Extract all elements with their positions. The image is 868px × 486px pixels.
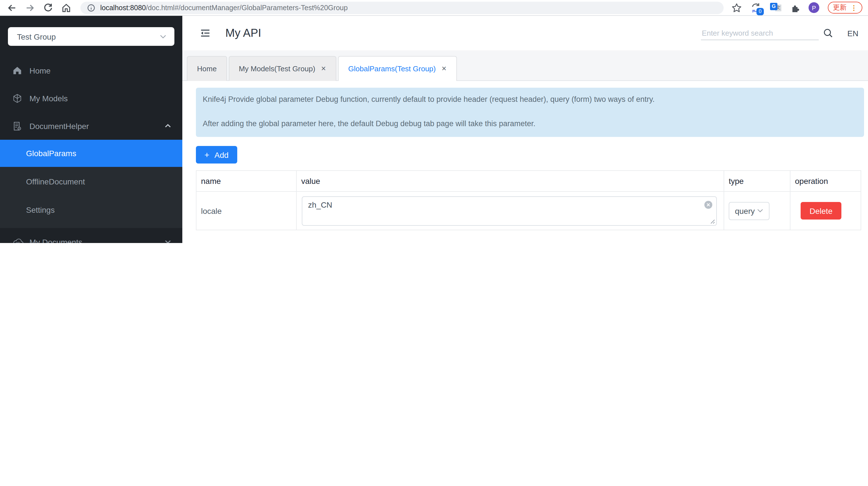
svg-text:API: API	[15, 241, 20, 243]
sidebar-subitem-label: Settings	[26, 205, 55, 215]
group-select-value: Test Group	[17, 32, 56, 41]
column-header-type: type	[724, 170, 790, 192]
reload-icon[interactable]	[43, 3, 53, 13]
screen: localhost:8080/doc.html#/documentManager…	[0, 0, 868, 243]
models-cube-icon	[12, 93, 25, 103]
browser-actions: 0 文 G P 更新 ⋮	[732, 2, 862, 13]
caret-up-icon	[165, 124, 171, 128]
page-title: My API	[225, 27, 261, 40]
address-bar[interactable]: localhost:8080/doc.html#/documentManager…	[81, 1, 724, 14]
search-icon[interactable]	[823, 28, 833, 38]
param-type-cell: query	[724, 192, 790, 230]
tab-label: Home	[197, 65, 217, 73]
close-icon[interactable]: ✕	[441, 65, 446, 72]
extensions-puzzle-icon[interactable]	[790, 3, 800, 13]
sync-counter-badge: 0	[756, 8, 764, 15]
home-icon	[12, 65, 25, 75]
bookmark-star-icon[interactable]	[732, 3, 742, 13]
app-frame: Test Group Home My Models	[0, 16, 868, 243]
language-toggle[interactable]: EN	[847, 29, 858, 38]
column-header-name: name	[196, 170, 297, 192]
sidebar-subitem-label: OfflineDocument	[26, 177, 85, 186]
param-operation-cell: Delete	[790, 192, 861, 230]
notice-line-2: After adding the global parameter here, …	[203, 118, 857, 130]
forward-icon[interactable]	[25, 3, 35, 13]
resize-handle-icon[interactable]	[709, 218, 715, 224]
table-row: locale zh_CN	[196, 192, 861, 230]
tab-my-models[interactable]: My Models(Test Group) ✕	[228, 56, 336, 81]
sidebar-subitem-globalparams[interactable]: GlobalParams	[0, 140, 182, 167]
chevron-down-icon	[160, 34, 166, 39]
translate-icon[interactable]: 文 G	[770, 3, 781, 13]
delete-button[interactable]: Delete	[801, 202, 841, 220]
profile-avatar[interactable]: P	[809, 2, 819, 13]
chevron-down-icon	[757, 209, 763, 213]
tab-label: GlobalParams(Test Group)	[348, 65, 436, 73]
chevron-down-icon	[165, 240, 171, 243]
search-input[interactable]	[701, 26, 818, 40]
document-gear-icon	[12, 121, 25, 131]
column-header-operation: operation	[790, 170, 861, 192]
sidebar-item-my-models[interactable]: My Models	[0, 84, 182, 112]
param-value-cell: zh_CN	[297, 192, 724, 230]
menu-fold-icon[interactable]	[199, 27, 211, 39]
browser-update-button[interactable]: 更新 ⋮	[828, 2, 862, 13]
content-panel: Knife4j Provide global parameter Debug f…	[182, 81, 868, 243]
clear-input-icon[interactable]	[704, 201, 712, 208]
browser-toolbar: localhost:8080/doc.html#/documentManager…	[0, 0, 868, 16]
api-cloud-icon: API	[12, 237, 25, 243]
url-path: /doc.html#/documentManager/GlobalParamet…	[146, 4, 348, 11]
plus-icon: +	[205, 150, 210, 160]
sidebar-item-label: My Documents	[29, 237, 165, 243]
tab-home[interactable]: Home	[187, 56, 227, 81]
tab-label: My Models(Test Group)	[239, 65, 315, 73]
param-name-cell: locale	[196, 192, 297, 230]
type-select-value: query	[735, 206, 755, 215]
update-label: 更新	[833, 3, 846, 12]
tab-bar: Home My Models(Test Group) ✕ GlobalParam…	[182, 51, 868, 81]
main-area: My API EN Home My Models(Test Group) ✕	[182, 16, 868, 243]
sidebar-subitem-settings[interactable]: Settings	[0, 196, 182, 224]
search-box	[701, 26, 833, 40]
type-select[interactable]: query	[729, 202, 770, 220]
table-header-row: name value type operation	[196, 170, 861, 192]
browser-menu-icon[interactable]: ⋮	[850, 4, 857, 11]
column-header-value: value	[297, 170, 724, 192]
sidebar-item-label: DocumentHelper	[29, 121, 165, 130]
tab-globalparams[interactable]: GlobalParams(Test Group) ✕	[338, 56, 457, 81]
sidebar-item-label: My Models	[29, 94, 171, 103]
global-params-table: name value type operation locale zh_CN	[196, 170, 861, 230]
notice-line-1: Knife4j Provide global parameter Debug f…	[203, 94, 857, 105]
tab-sync-icon[interactable]: 0	[750, 2, 762, 13]
param-value-text: zh_CN	[308, 200, 332, 209]
home-nav-icon[interactable]	[61, 3, 71, 13]
param-value-textarea[interactable]: zh_CN	[302, 196, 717, 225]
translate-g-glyph: G	[770, 3, 777, 10]
add-button-label: Add	[215, 150, 229, 159]
sidebar-item-my-documents[interactable]: API My Documents	[0, 228, 182, 243]
sidebar-item-label: Home	[29, 66, 171, 75]
url-text: localhost:8080/doc.html#/documentManager…	[100, 4, 348, 11]
sidebar-item-home[interactable]: Home	[0, 57, 182, 84]
sidebar-menu: Home My Models DocumentHelper	[0, 57, 182, 243]
url-host: localhost:8080	[100, 4, 146, 11]
group-select[interactable]: Test Group	[8, 27, 175, 46]
back-icon[interactable]	[7, 3, 17, 13]
notice-banner: Knife4j Provide global parameter Debug f…	[196, 88, 864, 137]
document-helper-submenu: GlobalParams OfflineDocument Settings	[0, 140, 182, 228]
site-info-icon[interactable]	[87, 4, 95, 11]
sidebar: Test Group Home My Models	[0, 16, 182, 243]
sidebar-subitem-offlinedocument[interactable]: OfflineDocument	[0, 168, 182, 195]
add-button[interactable]: + Add	[196, 146, 237, 163]
sidebar-item-document-helper[interactable]: DocumentHelper	[0, 112, 182, 140]
topbar: My API EN	[182, 16, 868, 51]
sidebar-subitem-label: GlobalParams	[26, 149, 76, 158]
close-icon[interactable]: ✕	[321, 65, 326, 72]
